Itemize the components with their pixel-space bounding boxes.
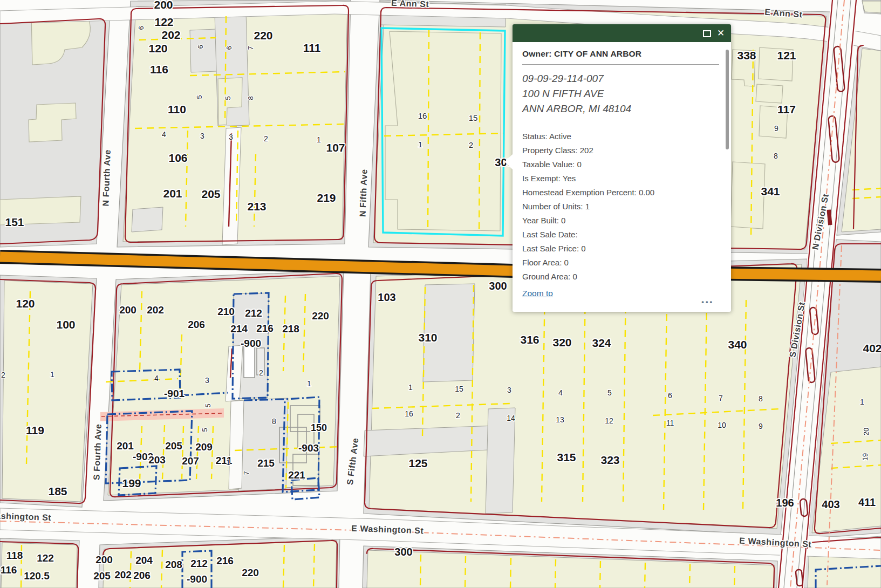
parcel-label: 315 xyxy=(557,451,576,463)
parcel-label: 16 xyxy=(405,409,413,418)
parcel-label: 300 xyxy=(489,280,507,292)
parcel-map[interactable]: E Ann StE Ann StN Fourth AveN Fifth AveN… xyxy=(0,0,881,588)
parcel-label: 116 xyxy=(1,564,17,576)
parcel-label: 204 xyxy=(135,555,153,566)
parcel-label: 403 xyxy=(822,498,839,510)
parcel-label: 338 xyxy=(737,49,756,61)
popup-beak xyxy=(504,154,513,169)
parcel-label: 16 xyxy=(418,111,427,120)
parcel-label: 13 xyxy=(556,415,564,424)
attribute-row: Floor Area: 0 xyxy=(522,256,719,270)
parcel-label: 300 xyxy=(394,546,412,558)
parcel-label: -903 xyxy=(298,442,319,454)
parcel-label: 9 xyxy=(759,422,763,430)
attribute-row: Ground Area: 0 xyxy=(522,270,719,284)
parcel-label: 202 xyxy=(147,304,164,316)
parcel-label: 1 xyxy=(317,135,321,144)
parcel-label: 8 xyxy=(759,394,763,403)
divider xyxy=(522,64,719,65)
attribute-row: Year Built: 0 xyxy=(522,214,719,228)
parcel-label: 120.5 xyxy=(24,570,50,582)
parcel-label: 4 xyxy=(558,388,563,397)
parcel-label: 151 xyxy=(5,216,24,228)
parcel-label: 119 xyxy=(26,424,44,436)
parcel-label: 323 xyxy=(600,454,619,466)
parcel-label: 320 xyxy=(552,336,571,348)
parcel-label: 205 xyxy=(201,188,220,200)
parcel-label: 411 xyxy=(858,496,876,508)
parcel-label: 1 xyxy=(226,458,230,467)
parcel-label: 122 xyxy=(37,552,54,564)
address-line-2: ANN ARBOR, MI 48104 xyxy=(522,101,719,117)
parcel-label: 111 xyxy=(303,42,321,54)
parcel-label: 208 xyxy=(165,559,182,570)
maximize-icon[interactable] xyxy=(702,29,712,38)
more-options-button[interactable]: ••• xyxy=(701,298,714,306)
parcel-label: 202 xyxy=(161,29,180,41)
street-label: S Fourth Ave xyxy=(92,423,103,480)
parcel-label: -900 xyxy=(187,573,207,585)
parcel-label: 150 xyxy=(311,422,327,433)
parcel-label: 210 xyxy=(217,306,235,317)
close-icon[interactable]: ✕ xyxy=(716,29,726,38)
property-info-popup: ✕ Owner: CITY OF ANN ARBOR 09-09-29-114-… xyxy=(513,24,731,312)
parcel-label: 116 xyxy=(150,63,168,76)
parcel-label: 8 xyxy=(272,417,276,426)
parcel-label: 221 xyxy=(288,469,305,481)
address-block: 09-09-29-114-007 100 N FIFTH AVE ANN ARB… xyxy=(522,71,719,117)
address-line-1: 100 N FIFTH AVE xyxy=(522,86,719,101)
attributes-list: Status: ActiveProperty Class: 202Taxable… xyxy=(522,129,719,284)
parcel-label: -900 xyxy=(241,338,261,349)
parcel-label: 5 xyxy=(201,428,209,432)
attribute-row: Status: Active xyxy=(522,129,719,143)
parcel-label: 4 xyxy=(162,130,166,139)
parcel-label: 200 xyxy=(154,0,173,11)
parcel-label: 1 xyxy=(860,398,864,406)
parcel-label: 201 xyxy=(117,440,134,452)
parcel-label: 1 xyxy=(418,140,422,149)
parcel-label: 3 xyxy=(200,132,204,140)
parcel-label: 14 xyxy=(507,414,515,422)
parcel-label: 5 xyxy=(224,96,232,100)
parcel-label: 5 xyxy=(195,95,203,99)
parcel-label: 206 xyxy=(188,319,205,330)
parcel-label: -901 xyxy=(164,388,185,399)
parcel-label: 220 xyxy=(242,567,259,578)
parcel-label: 4 xyxy=(154,374,159,382)
parcel-label: 6 xyxy=(196,45,204,49)
parcel-label: 216 xyxy=(216,555,234,566)
parcel-label: 19 xyxy=(861,453,869,461)
parcel-label: 207 xyxy=(182,455,199,467)
parcel-label: 2 xyxy=(1,371,5,379)
parcel-label: 213 xyxy=(247,200,266,213)
street-label: E Ann St xyxy=(391,0,429,9)
parcel-label: 199 xyxy=(122,477,141,489)
attribute-row: Number of Units: 1 xyxy=(522,200,719,214)
parcel-label: 212 xyxy=(190,558,208,569)
parcel-label: 117 xyxy=(777,103,796,115)
zoom-to-link[interactable]: Zoom to xyxy=(522,289,553,298)
parcel-label: 7 xyxy=(247,46,255,50)
attribute-row: Is Exempt: Yes xyxy=(522,172,719,186)
parcel-label: 7 xyxy=(242,471,250,475)
parcel-label: 106 xyxy=(168,152,187,164)
parcel-label: 214 xyxy=(230,323,248,334)
parcel-label: 205 xyxy=(93,570,111,582)
parcel-label: 100 xyxy=(56,318,75,331)
parcel-label: 15 xyxy=(469,113,478,122)
parcel-label: 5 xyxy=(204,404,212,407)
parcel-label: 201 xyxy=(163,187,182,200)
attribute-row: Homestead Exemption Percent: 0.00 xyxy=(522,186,719,200)
street-label: Washington St xyxy=(0,511,52,522)
popup-scrollbar[interactable] xyxy=(726,50,729,149)
parcel-label: 200 xyxy=(95,554,113,565)
parcel-label: 2 xyxy=(456,411,460,420)
parcel-label: 215 xyxy=(257,457,275,469)
parcel-label: 107 xyxy=(326,141,345,154)
parcel-label: 3 xyxy=(205,376,209,385)
parcel-label: 8 xyxy=(247,96,255,100)
parcel-label: 120 xyxy=(16,297,35,310)
parcel-label: 310 xyxy=(418,331,437,344)
parcel-label: 15 xyxy=(455,385,463,393)
parcel-label: 220 xyxy=(312,310,329,322)
